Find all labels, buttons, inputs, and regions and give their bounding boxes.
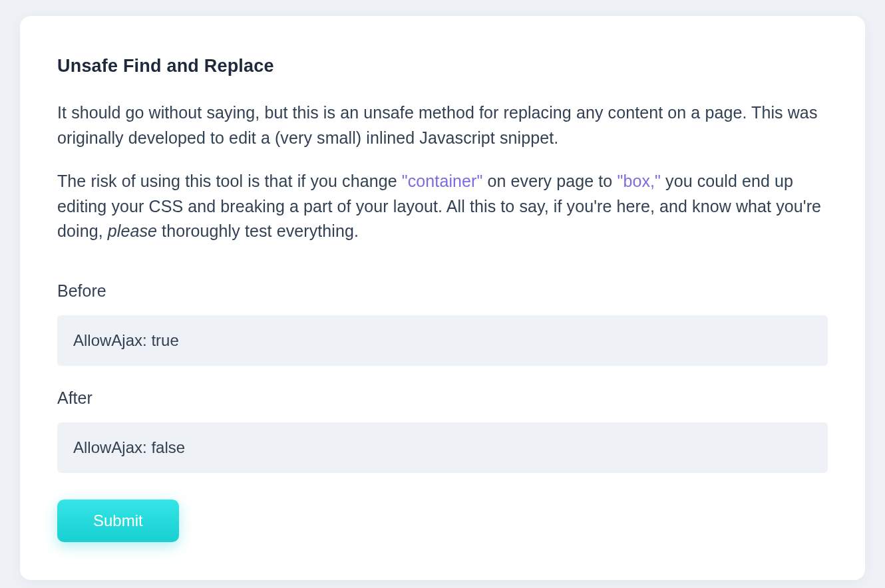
- after-label: After: [57, 388, 828, 408]
- intro-text-1: It should go without saying, but this is…: [57, 103, 817, 147]
- find-replace-form: Before After Submit: [57, 281, 828, 542]
- after-input[interactable]: [57, 422, 828, 473]
- highlight-container: "container": [402, 172, 483, 190]
- intro-paragraph-1: It should go without saying, but this is…: [57, 100, 828, 150]
- intro-text-mid1: on every page to: [482, 172, 617, 190]
- intro-text-post: thoroughly test everything.: [157, 221, 359, 240]
- submit-button[interactable]: Submit: [57, 500, 179, 542]
- intro-text-pre: The risk of using this tool is that if y…: [57, 172, 402, 190]
- before-input[interactable]: [57, 315, 828, 366]
- emphasis-please: please: [108, 221, 157, 240]
- highlight-box: "box,": [617, 172, 661, 190]
- before-label: Before: [57, 281, 828, 301]
- card-title: Unsafe Find and Replace: [57, 56, 828, 76]
- intro-paragraph-2: The risk of using this tool is that if y…: [57, 169, 828, 244]
- find-replace-card: Unsafe Find and Replace It should go wit…: [20, 16, 865, 580]
